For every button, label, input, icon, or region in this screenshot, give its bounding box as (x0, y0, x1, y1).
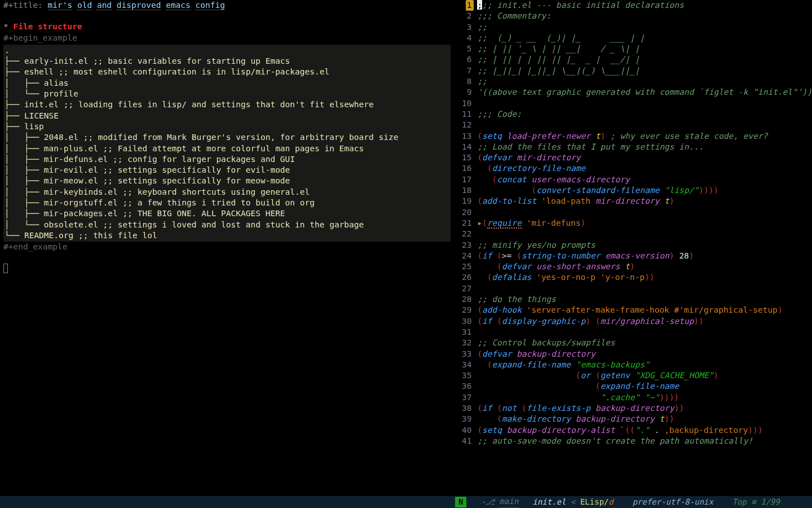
line-number: 21 (460, 218, 471, 229)
code-line[interactable]: (setq load-prefer-newer t) ; why ever us… (477, 131, 812, 142)
code-line[interactable]: ;; (477, 76, 812, 87)
code-line[interactable]: ;; (_) _ __ (_)| |_ ___ | | (477, 33, 812, 43)
code-line[interactable]: (if (display-graphic-p) (mir/graphical-s… (477, 316, 812, 327)
major-mode-a[interactable]: ELisp/ (580, 497, 609, 507)
tree-line: ├── eshell ;; most eshell configuration … (5, 67, 449, 77)
heading-line: * File structure (3, 21, 460, 32)
mode-line: N -⎇ main init.el < ELisp/d prefer-utf-8… (0, 496, 812, 508)
code-line[interactable]: ;; | || '_ \ | || __| / _ \| | (477, 43, 812, 54)
code-line[interactable] (477, 229, 812, 239)
code-line[interactable]: ;; (477, 22, 812, 33)
left-buffer[interactable]: #+title: mir's old and disproved emacs c… (0, 0, 460, 496)
code-line[interactable]: (add-hook 'server-after-make-frame-hook … (477, 305, 812, 316)
cursor-marker (3, 264, 460, 276)
editor-split: #+title: mir's old and disproved emacs c… (0, 0, 812, 496)
code-line[interactable]: (directory-file-name (477, 163, 812, 174)
tree-line: ├── LICENSE (5, 111, 449, 121)
code-line[interactable]: ;;; Commentary: (477, 11, 812, 21)
code-line[interactable]: ;; minify yes/no prompts (477, 240, 812, 251)
line-number: 40 (460, 425, 471, 436)
line-number: 24 (460, 251, 471, 261)
line-number: 14 (460, 142, 471, 152)
code-line[interactable]: ;; Load the files that I put my settings… (477, 142, 812, 152)
code-line[interactable] (477, 207, 812, 218)
code-line[interactable]: ;;; Code: (477, 109, 812, 120)
modeline-sep: < (566, 497, 580, 507)
org-title-line: #+title: mir's old and disproved emacs c… (3, 0, 460, 11)
line-number: 13 (460, 131, 471, 142)
code-line[interactable]: (if (not (file-exists-p backup-directory… (477, 403, 812, 414)
line-number: 10 (460, 98, 471, 109)
evil-indicator: N (455, 497, 466, 507)
tree-line: ├── init.el ;; loading files in lisp/ an… (5, 99, 449, 110)
line-number: 29 (460, 305, 471, 316)
code-line[interactable]: (expand-file-name "emacs-backups" (477, 360, 812, 370)
code-line[interactable]: ;; |_||_| |_||_| \__|(_) \___||_| (477, 65, 812, 76)
tree-line: ├── lisp (5, 121, 449, 132)
buffer-name[interactable]: init.el (533, 497, 566, 507)
code-line[interactable]: (defvar mir-directory (477, 152, 812, 163)
right-buffer[interactable]: 1234567891011121314151617181920212223242… (460, 0, 812, 496)
line-number: 28 (460, 294, 471, 305)
line-number: 39 (460, 414, 471, 424)
title-prefix: #+title: (3, 1, 48, 10)
tree-line: │ ├── mir-orgstuff.el ;; a few things i … (5, 198, 449, 208)
end-example: #+end_example (3, 242, 460, 252)
code-line[interactable]: ;; do the things (477, 294, 812, 305)
position-sep: ≡ (747, 497, 761, 507)
code-area[interactable]: ;;; init.el --- basic initial declaratio… (476, 0, 812, 496)
line-number: 17 (460, 174, 471, 185)
line-number: 25 (460, 261, 471, 272)
line-number: 37 (460, 392, 471, 403)
code-line[interactable]: (or (getenv "XDG_CACHE_HOME") (477, 370, 812, 381)
major-mode-b: d (609, 497, 614, 507)
line-number: 18 (460, 185, 471, 196)
tree-line: │ └── obsolete.el ;; settings i loved an… (5, 220, 449, 230)
example-block: .├── early-init.el ;; basic variables fo… (3, 45, 451, 242)
line-number: 16 (460, 163, 471, 174)
code-line[interactable]: (defvar backup-directory (477, 349, 812, 360)
line-number: 34 (460, 360, 471, 370)
code-line[interactable]: ;; auto-save-mode doesn't create the pat… (477, 436, 812, 446)
position-value: 1/99 (761, 497, 780, 507)
line-number: 6 (460, 54, 471, 65)
line-number: 26 (460, 272, 471, 283)
tree-line: │ ├── mir-packages.el ;; THE BIG ONE. AL… (5, 208, 449, 219)
title-word: mir's (48, 1, 73, 10)
code-line[interactable]: (add-to-list 'load-path mir-directory t) (477, 196, 812, 207)
code-line[interactable]: ;; | || | | || || |_ _ | __/| | (477, 54, 812, 65)
code-line[interactable]: ▸(require 'mir-defuns) (477, 218, 812, 229)
line-number: 31 (460, 327, 471, 338)
tree-line: ├── early-init.el ;; basic variables for… (5, 56, 449, 67)
line-number: 8 (460, 76, 471, 87)
code-line[interactable]: (convert-standard-filename "lisp/")))) (477, 185, 812, 196)
code-line[interactable]: (concat user-emacs-directory (477, 174, 812, 185)
code-line[interactable]: (defvar use-short-answers t) (477, 261, 812, 272)
code-line[interactable]: (defalias 'yes-or-no-p 'y-or-n-p)) (477, 272, 812, 283)
line-number: 30 (460, 316, 471, 327)
code-line[interactable] (477, 327, 812, 338)
code-line[interactable] (477, 120, 812, 130)
code-line[interactable]: ".cache" "~")))) (477, 392, 812, 403)
line-number: 20 (460, 207, 471, 218)
code-line[interactable]: ;;; init.el --- basic initial declaratio… (477, 0, 812, 11)
code-line[interactable]: (expand-file-name (477, 381, 812, 392)
code-line[interactable]: (make-directory backup-directory t)) (477, 414, 812, 424)
code-line[interactable]: (setq backup-directory-alist `(("." . ,b… (477, 425, 812, 436)
cursor: ; (477, 0, 482, 10)
encoding: prefer-utf-8-unix (633, 497, 713, 507)
code-line[interactable] (477, 283, 812, 294)
code-line[interactable] (477, 98, 812, 109)
code-line[interactable]: ;; Control backups/swapfiles (477, 338, 812, 348)
line-number: 12 (460, 120, 471, 130)
tree-line: │ ├── alias (5, 78, 449, 89)
line-number: 15 (460, 152, 471, 163)
tree-line: │ ├── mir-defuns.el ;; config for larger… (5, 154, 449, 165)
heading-star: * (3, 22, 13, 31)
code-line[interactable]: '((above text graphic generated with com… (477, 87, 812, 98)
title-word: old (77, 1, 92, 10)
code-line[interactable]: (if (>= (string-to-number emacs-version)… (477, 251, 812, 261)
line-number: 41 (460, 436, 471, 446)
position-label: Top (732, 497, 747, 507)
title-word: config (196, 1, 225, 10)
